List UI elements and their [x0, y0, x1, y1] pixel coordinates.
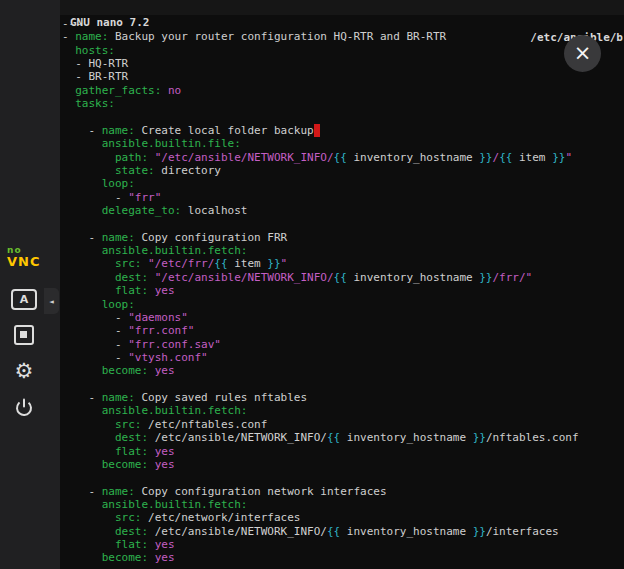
collapse-arrow-icon: ◄: [49, 297, 54, 306]
code-line: - name: Copy saved rules nftables: [62, 391, 624, 404]
code-line: - name: Create local folder backup: [62, 124, 624, 137]
settings-button[interactable]: ⚙: [6, 355, 42, 387]
code-line: dest: /etc/ansible/NETWORK_INFO/{{ inven…: [62, 525, 624, 538]
keyboard-key-icon: A: [11, 289, 37, 310]
code-line: src: /etc/nftables.conf: [62, 418, 624, 431]
code-line: ansible.builtin.fetch:: [62, 498, 624, 511]
code-line: become: yes: [62, 458, 624, 471]
code-line: flat: yes: [62, 538, 624, 551]
code-line: loop:: [62, 177, 624, 190]
code-line: [62, 378, 624, 391]
extra-keys-glyph: A: [20, 293, 29, 306]
code-line: gather_facts: no: [62, 84, 624, 97]
code-line: path: "/etc/ansible/NETWORK_INFO/{{ inve…: [62, 151, 624, 164]
close-icon: ×: [574, 43, 592, 64]
code-line: delegate_to: localhost: [62, 204, 624, 217]
code-line: dest: "/etc/ansible/NETWORK_INFO/{{ inve…: [62, 271, 624, 284]
code-line: - "daemons": [62, 311, 624, 324]
code-line: state: directory: [62, 164, 624, 177]
code-line: ansible.builtin.file:: [62, 137, 624, 150]
code-line: tasks:: [62, 97, 624, 110]
code-line: become: yes: [62, 364, 624, 377]
gear-icon: ⚙: [15, 361, 34, 382]
code-line: [62, 471, 624, 484]
code-line: flat: yes: [62, 284, 624, 297]
code-line: - name: Backup your router configuration…: [62, 30, 624, 43]
code-line: - "frr.conf": [62, 324, 624, 337]
code-line: - "frr": [62, 191, 624, 204]
code-line: - name: Copy configuration FRR: [62, 231, 624, 244]
close-button[interactable]: ×: [564, 35, 601, 72]
code-line: - name: Copy configuration network inter…: [62, 485, 624, 498]
power-icon: [14, 397, 34, 417]
code-line: become: yes: [62, 551, 624, 564]
code-line: ---: [62, 17, 624, 30]
editor-content: ---- name: Backup your router configurat…: [62, 17, 624, 569]
novnc-logo-text: VNC: [7, 255, 49, 268]
terminal-screen[interactable]: GNU nano 7.2 /etc/ansible/b ---- name: B…: [60, 0, 624, 569]
text-cursor: [314, 124, 321, 137]
code-line: - HQ-RTR: [62, 57, 624, 70]
code-line: ansible.builtin.fetch:: [62, 244, 624, 257]
code-line: [62, 217, 624, 230]
fullscreen-inner-square: [20, 331, 27, 338]
sidebar-handle[interactable]: ◄: [44, 288, 59, 314]
extra-keys-button[interactable]: A: [6, 283, 42, 315]
fullscreen-button[interactable]: [6, 319, 42, 351]
code-line: flat: yes: [62, 445, 624, 458]
vnc-control-sidebar: no VNC A ⚙ ◄: [0, 0, 60, 569]
code-line: loop:: [62, 298, 624, 311]
novnc-logo: no VNC: [7, 246, 49, 268]
code-line: hosts:: [62, 44, 624, 57]
code-line: [62, 111, 624, 124]
code-line: src: "/etc/frr/{{ item }}": [62, 257, 624, 270]
code-line: ansible.builtin.fetch:: [62, 404, 624, 417]
code-line: - BR-RTR: [62, 70, 624, 83]
nano-titlebar: GNU nano 7.2 /etc/ansible/b: [60, 0, 624, 15]
code-line: - "vtysh.conf": [62, 351, 624, 364]
novnc-screen: no VNC A ⚙ ◄ GNU nano 7.2 /etc/ansible/b…: [0, 0, 624, 569]
fullscreen-icon: [14, 325, 34, 345]
code-line: - "frr.conf.sav": [62, 338, 624, 351]
code-line: src: /etc/network/interfaces: [62, 511, 624, 524]
power-button[interactable]: [6, 391, 42, 423]
code-line: dest: /etc/ansible/NETWORK_INFO/{{ inven…: [62, 431, 624, 444]
